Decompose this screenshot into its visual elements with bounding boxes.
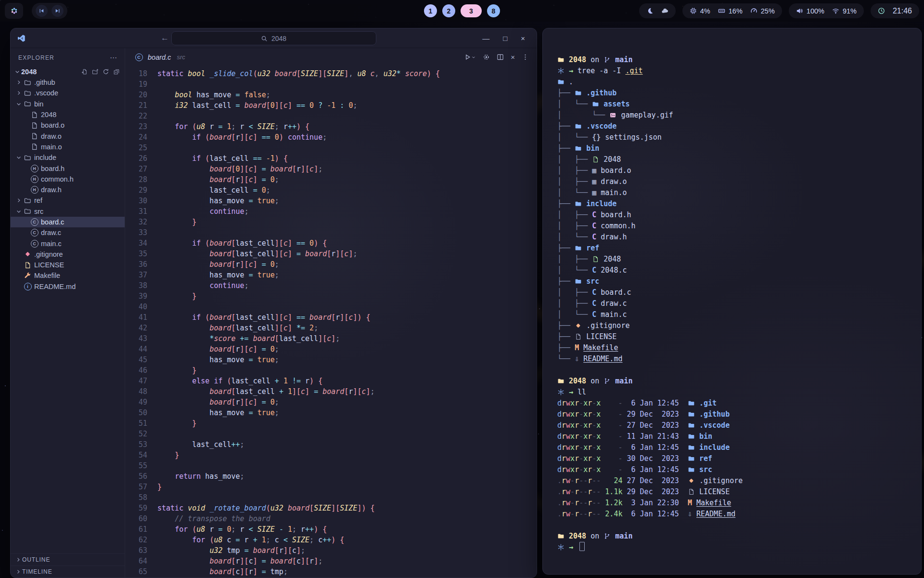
code-area[interactable]: 18static bool _slide_col(u32 board[SIZE]… (125, 66, 537, 578)
code-line[interactable]: 24 if (board[r][c] == 0) continue; (125, 132, 537, 143)
tab-board.c[interactable]: C board.c src (134, 53, 185, 61)
line-number[interactable]: 41 (125, 312, 157, 323)
tree-item-.vscode[interactable]: .vscode (11, 88, 125, 98)
line-number[interactable]: 25 (125, 143, 157, 153)
line-number[interactable]: 49 (125, 397, 157, 407)
code-line[interactable]: 26 if (last_cell == -1) { (125, 153, 537, 164)
wifi-stat[interactable]: 91% (832, 7, 857, 15)
line-number[interactable]: 20 (125, 90, 157, 100)
close-editor-button[interactable]: × (511, 53, 515, 61)
code-line[interactable]: 48 board[last_cell + 1][c] = board[r][c]… (125, 386, 537, 397)
tree-item-LICENSE[interactable]: LICENSE (11, 260, 125, 270)
workspace-3-active[interactable]: 3 (461, 4, 482, 17)
line-number[interactable]: 34 (125, 238, 157, 249)
tree-item-common.h[interactable]: Hcommon.h (11, 174, 125, 184)
memory-stat[interactable]: 16% (718, 7, 743, 15)
line-number[interactable]: 35 (125, 249, 157, 259)
line-number[interactable]: 28 (125, 174, 157, 185)
tree-item-draw.o[interactable]: draw.o (11, 131, 125, 141)
line-number[interactable]: 52 (125, 429, 157, 439)
line-number[interactable]: 18 (125, 68, 157, 79)
line-number[interactable]: 57 (125, 482, 157, 492)
line-number[interactable]: 39 (125, 291, 157, 302)
tree-item-Makefile[interactable]: Makefile (11, 270, 125, 281)
line-number[interactable]: 53 (125, 439, 157, 450)
collapse-folders-button[interactable] (113, 68, 120, 75)
nav-back-button[interactable]: ← (161, 33, 169, 43)
cpu-stat[interactable]: 4% (690, 7, 710, 15)
line-number[interactable]: 62 (125, 535, 157, 545)
code-line[interactable]: 30 has_move = true; (125, 196, 537, 206)
line-number[interactable]: 45 (125, 355, 157, 365)
tree-item-README.md[interactable]: iREADME.md (11, 281, 125, 292)
new-file-button[interactable] (81, 68, 88, 75)
code-line[interactable]: 65 board[c][r] = tmp; (125, 566, 537, 577)
media-next-button[interactable] (51, 5, 64, 17)
line-number[interactable]: 43 (125, 333, 157, 344)
code-line[interactable]: 60 // transpose the board (125, 513, 537, 524)
code-line[interactable]: 54 } (125, 450, 537, 460)
editor-settings-button[interactable] (483, 53, 490, 61)
new-folder-button[interactable] (92, 68, 99, 75)
code-line[interactable]: 40 (125, 302, 537, 312)
split-editor-button[interactable] (497, 53, 504, 61)
tree-item-src[interactable]: src (11, 206, 125, 217)
code-line[interactable]: 21 i32 last_cell = board[0][c] == 0 ? -1… (125, 100, 537, 111)
code-line[interactable]: 33 (125, 227, 537, 238)
code-line[interactable]: 49 board[r][c] = 0; (125, 397, 537, 407)
line-number[interactable]: 38 (125, 280, 157, 291)
tree-item-2048[interactable]: 2048 (11, 109, 125, 120)
tree-item-bin[interactable]: bin (11, 99, 125, 109)
code-line[interactable]: 47 else if (last_cell + 1 != r) { (125, 376, 537, 386)
run-file-button[interactable] (464, 53, 476, 61)
code-line[interactable]: 41 if (board[last_cell][c] == board[r][c… (125, 312, 537, 323)
tree-item-.gitignore[interactable]: .gitignore (11, 249, 125, 260)
code-line[interactable]: 35 board[last_cell][c] = board[r][c]; (125, 249, 537, 259)
workspace-1[interactable]: 1 (424, 4, 437, 17)
line-number[interactable]: 19 (125, 79, 157, 90)
line-number[interactable]: 54 (125, 450, 157, 460)
code-line[interactable]: 36 board[r][c] = 0; (125, 259, 537, 270)
tree-item-.github[interactable]: .github (11, 77, 125, 88)
tree-item-board.h[interactable]: Hboard.h (11, 163, 125, 173)
workspace-2[interactable]: 2 (442, 4, 455, 17)
code-line[interactable]: 58 (125, 492, 537, 503)
maximize-button[interactable]: □ (503, 34, 507, 42)
code-line[interactable]: 37 has_move = true; (125, 270, 537, 280)
vscode-titlebar[interactable]: ← → 2048 — □ × (11, 28, 537, 48)
code-line[interactable]: 57} (125, 482, 537, 492)
tree-item-board.c[interactable]: Cboard.c (11, 217, 125, 227)
code-line[interactable]: 42 board[last_cell][c] *= 2; (125, 323, 537, 333)
workspace-8[interactable]: 8 (487, 4, 500, 17)
code-line[interactable]: 28 board[r][c] = 0; (125, 174, 537, 185)
tree-item-main.c[interactable]: Cmain.c (11, 238, 125, 249)
line-number[interactable]: 24 (125, 132, 157, 143)
command-center-search[interactable]: 2048 (171, 31, 376, 45)
code-line[interactable]: 56 return has_move; (125, 471, 537, 482)
code-line[interactable]: 19 (125, 79, 537, 90)
code-line[interactable]: 22 (125, 111, 537, 121)
code-line[interactable]: 50 has_move = true; (125, 407, 537, 418)
code-line[interactable]: 27 board[0][c] = board[r][c]; (125, 164, 537, 174)
tree-item-main.o[interactable]: main.o (11, 142, 125, 152)
line-number[interactable]: 31 (125, 206, 157, 217)
volume-stat[interactable]: 100% (796, 7, 824, 15)
code-line[interactable]: 55 (125, 460, 537, 471)
line-number[interactable]: 29 (125, 185, 157, 196)
tree-item-draw.c[interactable]: Cdraw.c (11, 227, 125, 238)
line-number[interactable]: 21 (125, 100, 157, 111)
refresh-explorer-button[interactable] (103, 68, 109, 75)
code-line[interactable]: 64 board[r][c] = board[c][r]; (125, 556, 537, 566)
line-number[interactable]: 23 (125, 121, 157, 132)
code-line[interactable]: 61 for (u8 r = 0; r < SIZE - 1; r++) { (125, 524, 537, 535)
code-line[interactable]: 23 for (u8 r = 1; r < SIZE; r++) { (125, 121, 537, 132)
code-line[interactable]: 18static bool _slide_col(u32 board[SIZE]… (125, 68, 537, 79)
line-number[interactable]: 51 (125, 418, 157, 429)
code-line[interactable]: 53 last_cell++; (125, 439, 537, 450)
media-prev-button[interactable] (36, 5, 48, 17)
line-number[interactable]: 65 (125, 566, 157, 577)
code-line[interactable]: 45 has_move = true; (125, 355, 537, 365)
code-line[interactable]: 44 board[r][c] = 0; (125, 344, 537, 355)
terminal-window[interactable]: 2048 on main → tree -a -I .git .├── .git… (542, 28, 922, 575)
line-number[interactable]: 61 (125, 524, 157, 535)
